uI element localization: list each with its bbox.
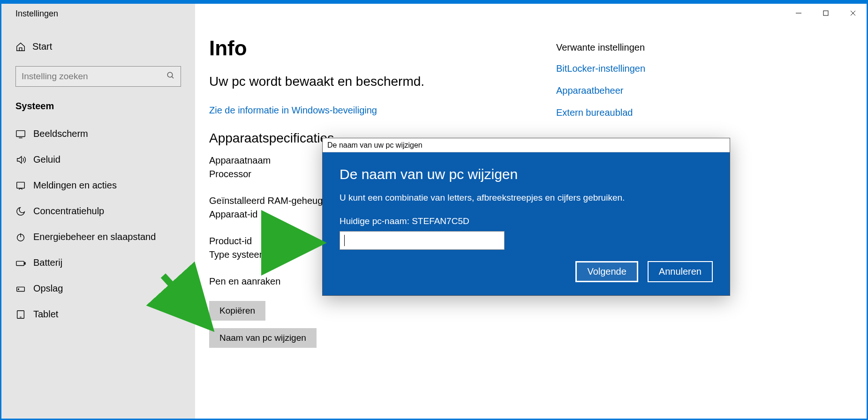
sidebar-item-label: Beeldscherm: [33, 128, 88, 139]
svg-rect-1: [823, 11, 828, 15]
current-pc-name-label: Huidige pc-naam: STEFAN7C5D: [340, 216, 713, 226]
sidebar-item-label: Tablet: [33, 309, 58, 320]
svg-rect-11: [16, 261, 24, 265]
page-title: Info: [209, 37, 556, 60]
sidebar-item-notifications[interactable]: Meldingen en acties: [1, 172, 195, 198]
sidebar-item-display[interactable]: Beeldscherm: [1, 121, 195, 147]
annotation-arrow-2: [159, 271, 224, 343]
dialog-titlebar-text: De naam van uw pc wijzigen: [327, 141, 423, 150]
rename-pc-dialog: De naam van uw pc wijzigen De naam van u…: [322, 138, 730, 296]
sidebar-item-label: Energiebeheer en slaapstand: [33, 232, 156, 242]
sidebar-item-focus[interactable]: Concentratiehulp: [1, 198, 195, 224]
text-cursor: [344, 235, 345, 246]
search-input[interactable]: [22, 71, 166, 82]
annotation-arrow-1: [262, 231, 330, 256]
search-icon: [166, 71, 175, 82]
sidebar-item-label: Concentratiehulp: [33, 206, 104, 217]
related-heading: Verwante instellingen: [556, 42, 734, 53]
sidebar: Start Systeem Beeldscherm Geluid Melding…: [1, 4, 195, 419]
notifications-icon: [15, 180, 33, 191]
home-icon: [15, 42, 32, 52]
dialog-description: U kunt een combinatie van letters, afbre…: [340, 193, 713, 203]
window-title: Instellingen: [1, 9, 58, 19]
pc-name-input[interactable]: [340, 231, 505, 250]
sidebar-item-label: Batterij: [33, 257, 62, 268]
titlebar-bg-right: [195, 4, 867, 23]
device-manager-link[interactable]: Apparaatbeheer: [556, 85, 734, 96]
sidebar-item-sound[interactable]: Geluid: [1, 147, 195, 172]
battery-icon: [15, 258, 33, 268]
cancel-button[interactable]: Annuleren: [648, 261, 713, 282]
sidebar-item-label: Meldingen en acties: [33, 180, 117, 191]
dialog-titlebar[interactable]: De naam van uw pc wijzigen: [323, 138, 730, 152]
display-icon: [15, 129, 33, 139]
svg-line-5: [172, 76, 174, 78]
moon-icon: [15, 206, 33, 217]
next-button[interactable]: Volgende: [575, 261, 638, 282]
svg-point-4: [167, 72, 173, 77]
titlebar: Instellingen: [1, 4, 867, 23]
maximize-button[interactable]: [812, 4, 839, 22]
home-label: Start: [32, 41, 52, 52]
svg-rect-6: [16, 130, 25, 136]
home-button[interactable]: Start: [1, 37, 195, 57]
sidebar-item-label: Opslag: [33, 283, 63, 294]
tablet-icon: [15, 309, 33, 320]
sidebar-section-label: Systeem: [1, 96, 195, 121]
window-controls: [785, 4, 867, 22]
sidebar-item-power[interactable]: Energiebeheer en slaapstand: [1, 224, 195, 250]
svg-rect-12: [24, 262, 25, 264]
sidebar-item-label: Geluid: [33, 154, 60, 165]
security-link[interactable]: Zie de informatie in Windows-beveiliging: [209, 105, 556, 116]
security-status: Uw pc wordt bewaakt en beschermd.: [209, 74, 556, 89]
power-icon: [15, 232, 33, 242]
search-box[interactable]: [15, 66, 181, 87]
minimize-button[interactable]: [785, 4, 812, 22]
svg-point-14: [18, 289, 19, 290]
svg-rect-8: [17, 182, 25, 188]
remote-desktop-link[interactable]: Extern bureaublad: [556, 107, 734, 118]
svg-line-18: [163, 276, 210, 327]
bitlocker-link[interactable]: BitLocker-instellingen: [556, 63, 734, 74]
dialog-heading: De naam van uw pc wijzigen: [340, 166, 713, 182]
storage-icon: [15, 284, 33, 294]
sound-icon: [15, 155, 33, 165]
rename-pc-button[interactable]: Naam van pc wijzigen: [209, 328, 317, 348]
close-button[interactable]: [839, 4, 867, 22]
